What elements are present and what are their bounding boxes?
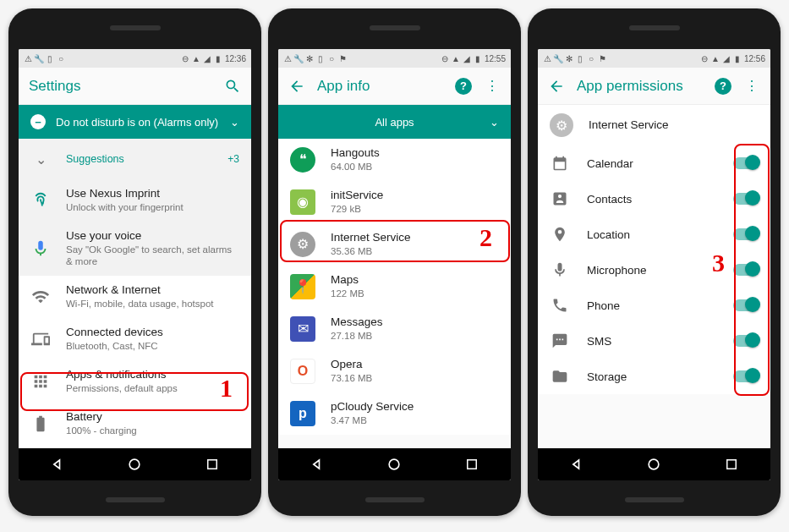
recents-button[interactable] bbox=[722, 455, 741, 474]
app-icon: ⚙ bbox=[290, 232, 315, 257]
wifi-icon bbox=[30, 287, 51, 307]
perm-toggle[interactable] bbox=[733, 193, 759, 205]
back-button[interactable] bbox=[48, 455, 67, 474]
flag-icon: ⚑ bbox=[598, 54, 606, 63]
wrench-icon: 🔧 bbox=[554, 54, 562, 63]
phone-status-icon: ▯ bbox=[316, 54, 325, 63]
all-apps-dropdown[interactable]: All apps ⌄ bbox=[278, 105, 511, 139]
perm-calendar: Calendar bbox=[538, 145, 770, 181]
page-title: App permissions bbox=[577, 78, 703, 95]
warning-icon: ⚠ bbox=[543, 54, 551, 63]
warning-icon: ⚠ bbox=[24, 54, 32, 63]
chevron-down-icon: ⌄ bbox=[490, 116, 499, 129]
back-button[interactable] bbox=[308, 455, 326, 474]
signal-icon: ◢ bbox=[463, 54, 471, 63]
row-title: Network & Internet bbox=[66, 283, 239, 297]
app-row-opera[interactable]: O Opera73.16 MB bbox=[278, 350, 511, 392]
app-row-messages[interactable]: ✉ Messages27.18 MB bbox=[278, 308, 511, 350]
phone-frame-2: ⚠ 🔧 ✻ ▯ ○ ⚑ ⊖ ▲ ◢ ▮ 12:55 App info ? ⋮ A… bbox=[268, 8, 521, 516]
status-bar: ⚠ 🔧 ✻ ▯ ○ ⚑ ⊖ ▲ ◢ ▮ 12:56 bbox=[538, 49, 770, 68]
suggestions-header[interactable]: ⌄ Suggestions +3 bbox=[19, 139, 251, 179]
dnd-icon: ⊖ bbox=[181, 54, 189, 63]
row-title: Use your voice bbox=[66, 229, 239, 243]
devices-icon bbox=[30, 329, 51, 349]
perm-phone: Phone bbox=[538, 288, 770, 323]
app-row-internet-service[interactable]: ⚙ Internet Service35.36 MB bbox=[278, 223, 511, 266]
perm-label: Calendar bbox=[587, 157, 715, 170]
app-row-hangouts[interactable]: ❝ Hangouts64.00 MB bbox=[278, 139, 511, 181]
row-sub: Permissions, default apps bbox=[66, 383, 239, 395]
signal-icon: ◢ bbox=[203, 54, 211, 63]
help-icon[interactable]: ? bbox=[715, 78, 731, 95]
sms-icon bbox=[551, 332, 568, 349]
svg-rect-3 bbox=[468, 460, 477, 469]
perm-label: SMS bbox=[587, 335, 715, 348]
app-row-pcloudy[interactable]: p pCloudy Service3.47 MB bbox=[278, 392, 511, 435]
perm-toggle[interactable] bbox=[733, 228, 759, 240]
settings-item-battery[interactable]: Battery 100% - charging bbox=[19, 403, 251, 445]
home-button[interactable] bbox=[125, 455, 144, 474]
wrench-icon: 🔧 bbox=[294, 54, 303, 63]
suggestions-count: +3 bbox=[227, 153, 239, 165]
calendar-icon bbox=[551, 155, 568, 172]
settings-item-connected[interactable]: Connected devices Bluetooth, Cast, NFC bbox=[19, 318, 251, 360]
back-arrow-icon[interactable] bbox=[548, 78, 565, 95]
row-title: Apps & notifications bbox=[66, 368, 239, 381]
home-button[interactable] bbox=[385, 455, 403, 474]
row-title: Use Nexus Imprint bbox=[66, 187, 239, 200]
home-button[interactable] bbox=[644, 455, 663, 474]
folder-icon bbox=[551, 368, 568, 385]
gear-icon: ✻ bbox=[565, 54, 573, 63]
dnd-icon: ⊖ bbox=[441, 54, 449, 63]
settings-item-network[interactable]: Network & Internet Wi-Fi, mobile, data u… bbox=[19, 276, 251, 318]
toolbar: App permissions ? ⋮ bbox=[538, 68, 770, 105]
flag-icon: ⚑ bbox=[338, 54, 347, 63]
app-row-maps[interactable]: 📍 Maps122 MB bbox=[278, 266, 511, 308]
battery-icon: ▮ bbox=[474, 54, 482, 63]
perm-toggle[interactable] bbox=[733, 299, 759, 311]
chevron-down-icon: ⌄ bbox=[230, 116, 239, 129]
overflow-icon[interactable]: ⋮ bbox=[743, 78, 760, 95]
overflow-icon[interactable]: ⋮ bbox=[484, 78, 501, 95]
app-icon: ❝ bbox=[290, 147, 315, 173]
perm-label: Phone bbox=[587, 299, 715, 312]
settings-item-display[interactable]: Display Wallpaper, sleep, font size bbox=[19, 445, 251, 448]
settings-item-apps[interactable]: Apps & notifications Permissions, defaul… bbox=[19, 360, 251, 403]
recents-button[interactable] bbox=[203, 455, 222, 474]
help-icon[interactable]: ? bbox=[455, 78, 472, 95]
perm-toggle[interactable] bbox=[733, 370, 759, 382]
clock: 12:36 bbox=[225, 54, 246, 63]
perm-toggle[interactable] bbox=[733, 335, 759, 347]
toolbar: App info ? ⋮ bbox=[278, 68, 511, 105]
page-title: Settings bbox=[29, 78, 212, 95]
row-title: Connected devices bbox=[66, 326, 239, 339]
dnd-banner-icon: − bbox=[30, 114, 46, 129]
app-icon: p bbox=[290, 401, 315, 426]
search-icon[interactable] bbox=[224, 78, 241, 95]
suggestion-nexus-imprint[interactable]: Use Nexus Imprint Unlock with your finge… bbox=[19, 179, 251, 222]
clock: 12:56 bbox=[744, 54, 765, 63]
wifi-icon: ▲ bbox=[452, 54, 460, 63]
clock: 12:55 bbox=[485, 54, 506, 63]
page-title: App info bbox=[317, 78, 443, 95]
recents-button[interactable] bbox=[463, 455, 481, 474]
dnd-banner[interactable]: − Do not disturb is on (Alarms only) ⌄ bbox=[19, 105, 251, 139]
battery-icon: ▮ bbox=[733, 54, 742, 63]
wrench-icon: 🔧 bbox=[35, 54, 43, 63]
back-button[interactable] bbox=[567, 455, 586, 474]
app-icon: O bbox=[290, 359, 315, 384]
suggestion-voice[interactable]: Use your voice Say "Ok Google" to search… bbox=[19, 222, 251, 276]
back-arrow-icon[interactable] bbox=[288, 78, 305, 95]
row-sub: Unlock with your fingerprint bbox=[66, 202, 239, 214]
mic-icon bbox=[30, 239, 51, 259]
fingerprint-icon bbox=[30, 190, 51, 211]
perm-toggle[interactable] bbox=[733, 157, 759, 169]
warning-icon: ⚠ bbox=[283, 54, 292, 63]
perm-contacts: Contacts bbox=[538, 181, 770, 217]
app-icon: ✉ bbox=[290, 316, 315, 342]
app-row-initservice[interactable]: ◉ initService729 kB bbox=[278, 181, 511, 223]
apps-icon bbox=[30, 371, 51, 392]
perm-microphone: Microphone bbox=[538, 252, 770, 288]
perm-label: Microphone bbox=[587, 264, 715, 277]
perm-toggle[interactable] bbox=[733, 264, 759, 276]
